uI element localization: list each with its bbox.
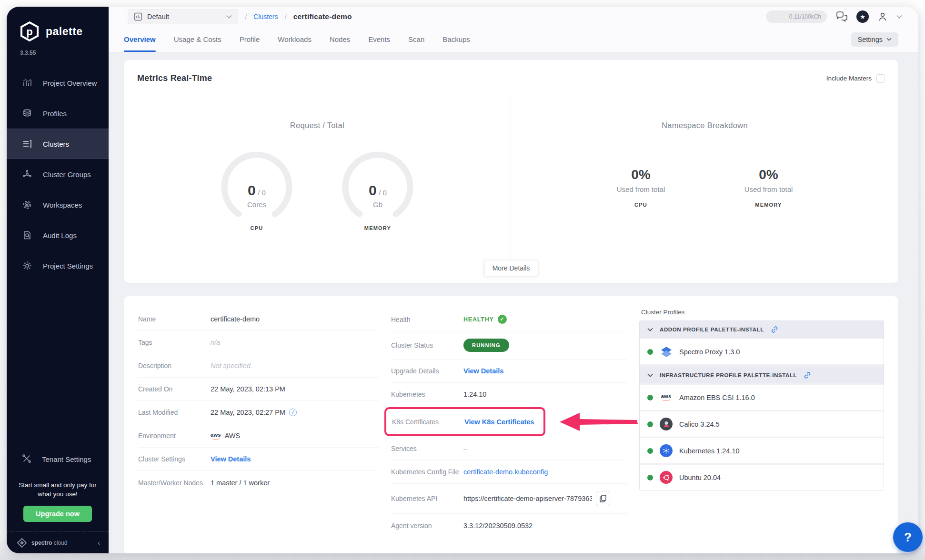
chevron-down-icon[interactable] [896,15,902,19]
detail-label: Created On [138,385,211,393]
info-icon[interactable]: i [289,409,297,416]
usage-quota-badge: 0.11/100kCh [766,10,827,23]
detail-label: Environment [138,432,211,440]
tab-profile[interactable]: Profile [240,27,260,52]
memory-caption: MEMORY [733,202,804,208]
detail-label: K8s Certificates [392,418,464,426]
profiles-icon [22,108,32,119]
cpu-gauge-total: 0 [262,189,266,197]
ubuntu-icon [660,471,673,484]
cpu-gauge-unit: Cores [216,200,297,209]
chevron-down-icon [647,373,653,377]
main-area: Default / Clusters / certificate-demo 0.… [109,7,918,553]
palette-logo-icon: p [19,21,40,42]
detail-label: Agent version [391,522,463,530]
detail-row-name: Name certificate-demo [138,308,379,331]
sidebar-item-tenant-settings[interactable]: Tenant Settings [7,445,109,474]
gauges-row: 0 / 0 Cores CPU [124,149,511,231]
sidebar-collapse-icon[interactable]: ‹ [98,539,100,547]
running-status-badge: RUNNING [463,339,509,352]
detail-row-kubeconfig: Kubernetes Config File certificate-demo.… [391,460,627,484]
profile-pack-name: Calico 3.24.5 [679,420,720,428]
sidebar-item-label: Workspaces [43,201,82,209]
status-dot-green [647,421,653,427]
tab-scan[interactable]: Scan [408,27,424,52]
aws-icon: aws [660,391,673,404]
cluster-groups-icon [22,169,32,180]
star-badge-icon[interactable]: ★ [856,10,869,23]
cpu-caption: CPU [605,202,677,208]
project-selector-dropdown[interactable]: Default [128,9,238,24]
detail-row-created-on: Created On 22 May, 2023, 02:13 PM [138,378,379,401]
addon-profile-header[interactable]: ADDON PROFILE PALETTE-INSTALL [640,321,884,338]
sidebar-item-label: Profiles [43,110,67,118]
copy-icon[interactable] [596,491,610,506]
annotation-arrow-icon [559,411,639,432]
settings-button[interactable]: Settings [851,32,898,47]
sidebar-item-label: Cluster Groups [43,170,91,179]
upgrade-block: Start small and only pay for what you us… [7,474,109,531]
memory-gauge-total: 0 [383,189,387,197]
detail-label: Health [391,316,463,323]
chevron-down-icon [886,38,892,41]
sidebar-item-cluster-groups[interactable]: Cluster Groups [7,159,109,190]
view-k8s-certificates-link[interactable]: View K8s Certificates [464,418,534,426]
more-details-button[interactable]: More Details [484,260,538,276]
detail-label: Last Modified [138,409,211,416]
detail-label: Kubernetes Config File [391,468,463,476]
gear-icon [22,260,32,271]
detail-row-services: Services – [391,437,627,460]
detail-row-health: Health HEALTHY ✓ [391,308,627,331]
upgrade-now-button[interactable]: Upgrade now [23,506,92,522]
profile-pack-name: Kubernetes 1.24.10 [679,447,740,455]
user-account-icon[interactable] [877,11,888,22]
memory-used-percent: 0% [733,167,804,182]
profile-row-ubuntu[interactable]: Ubuntu 20.04 [640,465,884,490]
request-total-title: Request / Total [124,121,511,130]
breadcrumb-clusters-link[interactable]: Clusters [253,13,278,20]
detail-row-agent-version: Agent version 3.3.12/20230509.0532 [391,514,627,537]
sidebar-item-clusters[interactable]: Clusters [7,129,109,159]
infrastructure-profile-header[interactable]: INFRASTRUCTURE PROFILE PALETTE-INSTALL [640,367,884,383]
detail-label: Kubernetes API [391,495,463,502]
link-icon[interactable] [804,371,811,379]
sidebar-item-project-overview[interactable]: Project Overview [7,68,109,98]
healthy-check-icon: ✓ [498,315,507,324]
help-button[interactable]: ? [893,522,923,552]
tab-backups[interactable]: Backups [442,27,470,52]
sidebar-item-project-settings[interactable]: Project Settings [7,250,109,281]
sidebar-item-workspaces[interactable]: Workspaces [7,190,109,220]
detail-value: AWS [225,432,241,440]
sidebar-item-profiles[interactable]: Profiles [7,98,109,129]
tab-overview[interactable]: Overview [124,27,156,52]
sidebar: p palette 3.3.55 Project Overview Profil… [7,7,109,553]
aws-icon: aws [211,432,221,440]
tab-usage-costs[interactable]: Usage & Costs [174,27,221,52]
sidebar-item-audit-logs[interactable]: Audit Logs [7,220,109,250]
profile-pack-name: Spectro Proxy 1.3.0 [679,348,740,356]
profile-row-calico[interactable]: Calico 3.24.5 [640,411,884,437]
cluster-settings-view-details-link[interactable]: View Details [211,455,251,463]
detail-row-cluster-settings: Cluster Settings View Details [138,448,379,471]
detail-value: Not specified. [211,362,252,370]
profile-row-amazon-ebs-csi[interactable]: aws Amazon EBS CSI 1.16.0 [640,385,884,410]
upgrade-view-details-link[interactable]: View Details [463,367,503,375]
detail-row-description: Description Not specified. [138,354,379,378]
detail-label: Tags [138,339,211,346]
link-icon[interactable] [771,326,778,333]
tab-workloads[interactable]: Workloads [278,27,312,52]
kubeconfig-download-link[interactable]: certificate-demo.kubeconfig [463,468,548,476]
detail-value: 22 May, 2023, 02:13 PM [211,385,285,393]
sidebar-nav: Project Overview Profiles Clusters Clust… [7,68,109,281]
include-masters-checkbox[interactable] [876,74,885,83]
k8s-certificates-highlight-box: K8s Certificates View K8s Certificates [384,407,545,436]
profile-row-spectro-proxy[interactable]: Spectro Proxy 1.3.0 [640,339,884,364]
sidebar-item-label: Project Settings [43,262,93,270]
tab-events[interactable]: Events [368,27,390,52]
profile-row-kubernetes[interactable]: Kubernetes 1.24.10 [640,438,884,463]
tab-nodes[interactable]: Nodes [330,27,350,52]
kubernetes-api-url: https://certificate-demo-apiserver-78793… [463,495,592,502]
detail-value: 1.24.10 [463,390,486,398]
app-version: 3.3.55 [7,42,109,56]
chat-icon[interactable] [835,11,848,22]
